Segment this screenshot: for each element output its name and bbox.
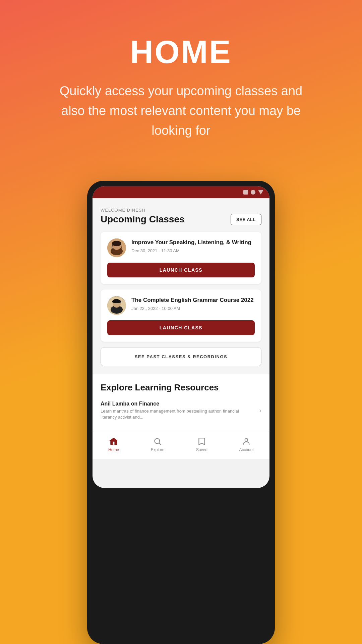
section-header: Upcoming Classes SEE ALL — [101, 214, 261, 225]
welcome-label: WELCOME DINESH — [101, 208, 261, 213]
svg-point-3 — [112, 241, 121, 246]
svg-point-9 — [245, 438, 248, 441]
hero-section: HOME Quickly access your upcoming classe… — [0, 0, 362, 161]
explore-title: Explore Learning Resources — [101, 382, 261, 393]
avatar-svg-2 — [107, 296, 126, 315]
instructor-avatar-2 — [107, 296, 126, 315]
instructor-avatar-1 — [107, 238, 126, 257]
svg-point-7 — [112, 300, 121, 303]
signal-icon — [243, 190, 248, 195]
class-date-1: Dec 30, 2021 - 11:30 AM — [131, 248, 255, 253]
nav-item-home[interactable]: Home — [102, 435, 126, 453]
bottom-nav: Home Explore Saved — [93, 431, 269, 459]
resource-info-1: Anil Lamba on Finance Learn mantras of f… — [101, 401, 255, 420]
class-card-2: The Complete English Grammar Course 2022… — [101, 289, 261, 342]
class-title-1: Improve Your Speaking, Listening, & Writ… — [131, 238, 255, 247]
resource-name-1: Anil Lamba on Finance — [101, 401, 255, 407]
chevron-right-icon: › — [259, 407, 261, 414]
launch-class-button-1[interactable]: LAUNCH CLASS — [107, 263, 255, 277]
class-info-1: Improve Your Speaking, Listening, & Writ… — [131, 238, 255, 254]
class-card-1: Improve Your Speaking, Listening, & Writ… — [101, 232, 261, 284]
class-date-2: Jan 22,, 2022 - 10:00 AM — [131, 306, 255, 311]
nav-label-explore: Explore — [151, 447, 165, 452]
hero-subtitle: Quickly access your upcoming classes and… — [50, 81, 312, 141]
search-icon — [153, 437, 162, 446]
nav-item-explore[interactable]: Explore — [144, 435, 171, 453]
past-classes-button[interactable]: SEE PAST CLASSES & RECORDINGS — [101, 347, 261, 366]
launch-class-button-2[interactable]: LAUNCH CLASS — [107, 320, 255, 335]
status-bar — [93, 186, 269, 198]
avatar-svg-1 — [107, 238, 126, 257]
hero-title: HOME — [130, 34, 232, 70]
bookmark-icon — [197, 437, 206, 446]
nav-item-saved[interactable]: Saved — [189, 435, 214, 453]
nav-label-account: Account — [239, 447, 253, 452]
phone-mockup: WELCOME DINESH Upcoming Classes SEE ALL — [87, 181, 275, 644]
app-content: WELCOME DINESH Upcoming Classes SEE ALL — [93, 198, 269, 374]
nav-item-account[interactable]: Account — [232, 435, 260, 453]
wifi-icon — [258, 190, 263, 195]
resource-desc-1: Learn mantras of finance management from… — [101, 408, 255, 420]
class-info-2: The Complete English Grammar Course 2022… — [131, 296, 255, 311]
battery-icon — [251, 190, 255, 195]
account-icon — [242, 437, 251, 446]
resource-item-1[interactable]: Anil Lamba on Finance Learn mantras of f… — [101, 398, 261, 423]
class-card-top-1: Improve Your Speaking, Listening, & Writ… — [107, 238, 255, 257]
class-title-2: The Complete English Grammar Course 2022 — [131, 296, 255, 304]
phone-screen: WELCOME DINESH Upcoming Classes SEE ALL — [93, 186, 269, 488]
home-icon — [109, 437, 118, 446]
see-all-button[interactable]: SEE ALL — [231, 214, 261, 225]
nav-label-saved: Saved — [196, 447, 207, 452]
nav-label-home: Home — [108, 447, 119, 452]
explore-section: Explore Learning Resources Anil Lamba on… — [93, 374, 269, 431]
class-card-top-2: The Complete English Grammar Course 2022… — [107, 296, 255, 315]
upcoming-classes-title: Upcoming Classes — [101, 214, 185, 225]
